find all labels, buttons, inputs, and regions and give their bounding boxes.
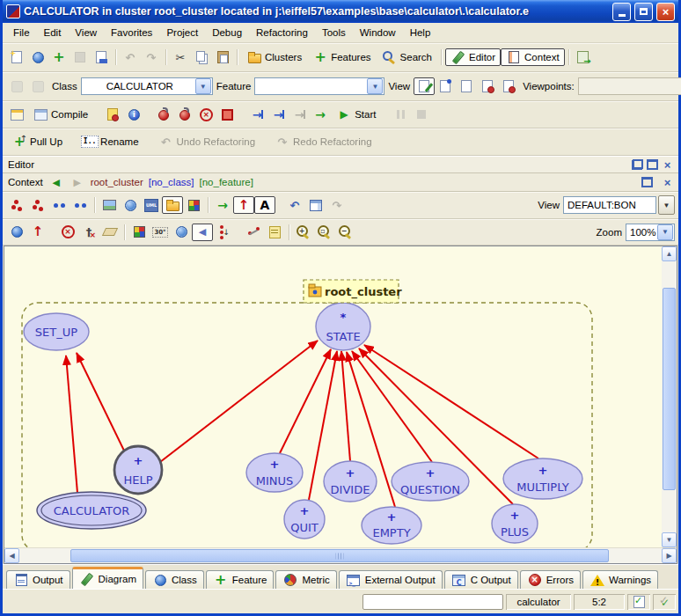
fill-colors-icon[interactable] bbox=[128, 224, 150, 241]
close-button[interactable]: × bbox=[656, 3, 675, 21]
status-search-input[interactable] bbox=[362, 594, 503, 610]
scroll-right-button[interactable]: ▶ bbox=[662, 548, 677, 563]
diagram-node-set_up[interactable]: SET_UP bbox=[24, 313, 89, 350]
diagram-node-calculator[interactable]: CALCULATOR bbox=[37, 492, 146, 529]
compile-info-icon[interactable] bbox=[123, 106, 144, 123]
external-editor-icon[interactable] bbox=[573, 48, 594, 66]
cluster-tag[interactable]: root_cluster bbox=[304, 280, 402, 303]
diagram-node-divide[interactable]: +DIVIDE bbox=[324, 461, 377, 502]
context-toggle[interactable]: Context bbox=[501, 48, 565, 66]
start-button[interactable]: Start bbox=[331, 106, 381, 123]
finalize-icon[interactable] bbox=[102, 106, 123, 123]
rename-button[interactable]: Rename bbox=[77, 133, 143, 150]
uml-view-icon[interactable] bbox=[141, 196, 162, 214]
copy-icon[interactable] bbox=[191, 48, 212, 66]
link-tool-icon[interactable] bbox=[243, 224, 264, 241]
menu-item-window[interactable]: Window bbox=[353, 25, 403, 40]
panel-maximize-icon[interactable] bbox=[647, 159, 658, 170]
tab-feature[interactable]: Feature bbox=[206, 570, 275, 589]
chevron-down-icon[interactable]: ▼ bbox=[367, 78, 383, 94]
run-to-cursor-icon[interactable] bbox=[310, 106, 331, 123]
notes-icon[interactable] bbox=[264, 224, 285, 241]
export-globe-icon[interactable] bbox=[120, 196, 141, 214]
tab-c-output[interactable]: C Output bbox=[444, 570, 518, 589]
new-feature-icon[interactable] bbox=[48, 48, 70, 66]
step-over-icon[interactable] bbox=[267, 106, 289, 123]
inheritance-edge-help-to-set_up[interactable] bbox=[77, 353, 124, 451]
horizontal-scroll-thumb[interactable] bbox=[70, 549, 609, 562]
vertical-scroll-thumb[interactable] bbox=[663, 288, 676, 490]
step-into-icon[interactable] bbox=[246, 106, 267, 123]
new-window-icon[interactable] bbox=[6, 48, 27, 66]
horizontal-scrollbar[interactable]: ◀ ▶ bbox=[4, 547, 677, 563]
color-legend-icon[interactable] bbox=[183, 196, 204, 214]
inheritance-edge-divide-to-state[interactable] bbox=[341, 351, 350, 461]
compile-button[interactable]: Compile bbox=[27, 106, 93, 123]
cluster-links-icon[interactable] bbox=[27, 196, 48, 214]
menu-item-debug[interactable]: Debug bbox=[205, 25, 249, 40]
context-back-icon[interactable] bbox=[48, 175, 64, 189]
pull-up-button[interactable]: Pull Up bbox=[6, 133, 68, 150]
diagram-node-plus[interactable]: +PLUS bbox=[492, 504, 538, 543]
diagram-node-question[interactable]: +QUESTION bbox=[392, 462, 469, 501]
flat-contract-view-icon[interactable] bbox=[498, 77, 519, 95]
melt-icon[interactable] bbox=[6, 106, 27, 123]
vertical-scrollbar[interactable]: ▲ ▼ bbox=[662, 246, 677, 547]
tab-diagram[interactable]: Diagram bbox=[72, 567, 143, 589]
scroll-up-button[interactable]: ▲ bbox=[662, 246, 677, 261]
inheritance-edge-help-to-state[interactable] bbox=[160, 341, 318, 462]
diagram-node-multiply[interactable]: +MULTIPLY bbox=[503, 458, 582, 499]
menu-item-edit[interactable]: Edit bbox=[37, 25, 69, 40]
panel-restore-icon[interactable] bbox=[632, 159, 643, 170]
scroll-left-button[interactable]: ◀ bbox=[4, 548, 19, 563]
diagram-node-help[interactable]: +HELP bbox=[114, 446, 162, 494]
diagram-undo-icon[interactable] bbox=[284, 196, 305, 214]
diagram-node-minus[interactable]: +MINUS bbox=[246, 453, 303, 492]
scroll-down-button[interactable]: ▼ bbox=[662, 532, 677, 547]
supplier-links-icon[interactable] bbox=[48, 196, 70, 214]
diagram-canvas[interactable]: SET_UP*STATE+HELPCALCULATOR+MINUS+QUIT+D… bbox=[4, 246, 662, 547]
tab-errors[interactable]: Errors bbox=[520, 570, 581, 589]
class-links-icon[interactable] bbox=[6, 196, 27, 214]
inheritance-edge-calculator-to-set_up[interactable] bbox=[66, 356, 77, 493]
menu-item-favorites[interactable]: Favorites bbox=[104, 25, 159, 40]
paste-icon[interactable] bbox=[212, 48, 233, 66]
breakpoints-icon[interactable] bbox=[216, 106, 238, 123]
chevron-down-icon[interactable]: ▼ bbox=[657, 224, 673, 240]
globe-layout-icon[interactable] bbox=[171, 224, 192, 241]
ignore-breakpoints-icon[interactable] bbox=[195, 106, 216, 123]
rotate-icon[interactable] bbox=[150, 224, 171, 241]
tab-warnings[interactable]: Warnings bbox=[582, 570, 658, 589]
save-all-icon[interactable] bbox=[91, 48, 112, 66]
context-close-icon[interactable]: × bbox=[662, 177, 673, 187]
diagram-node-quit[interactable]: +QUIT bbox=[284, 500, 325, 539]
inheritance-mode-icon[interactable] bbox=[233, 196, 254, 214]
labels-icon[interactable] bbox=[254, 196, 275, 214]
editor-toggle[interactable]: Editor bbox=[445, 48, 501, 66]
context-cluster[interactable]: root_cluster bbox=[91, 177, 143, 187]
diagram-node-state[interactable]: *STATE bbox=[316, 303, 370, 350]
tab-class[interactable]: Class bbox=[145, 570, 204, 589]
zoom-fit-icon[interactable] bbox=[314, 224, 335, 241]
menu-item-file[interactable]: File bbox=[6, 25, 37, 40]
feature-combo[interactable]: ▼ bbox=[254, 77, 384, 95]
context-maximize-icon[interactable] bbox=[641, 177, 653, 187]
tab-metric[interactable]: Metric bbox=[275, 570, 336, 589]
zoom-combo[interactable]: 100%▼ bbox=[626, 224, 675, 241]
zoom-in-icon[interactable] bbox=[293, 224, 314, 241]
search-button[interactable]: Search bbox=[377, 48, 437, 66]
debug-run-icon[interactable] bbox=[153, 106, 174, 123]
eraser-icon[interactable] bbox=[99, 224, 121, 241]
new-class-icon[interactable] bbox=[27, 48, 48, 66]
clusters-button[interactable]: Clusters bbox=[241, 48, 307, 66]
flat-view-icon[interactable] bbox=[435, 77, 456, 95]
vertical-scroll-track[interactable] bbox=[662, 261, 677, 532]
client-links-icon[interactable] bbox=[70, 196, 91, 214]
menu-item-project[interactable]: Project bbox=[159, 25, 205, 40]
panel-close-icon[interactable]: × bbox=[662, 159, 673, 170]
menu-item-tools[interactable]: Tools bbox=[315, 25, 353, 40]
new-class-tool-icon[interactable] bbox=[6, 224, 27, 241]
chevron-down-icon[interactable]: ▼ bbox=[195, 78, 211, 94]
diagram-view-dropdown[interactable]: ▼ bbox=[658, 195, 675, 215]
menu-item-refactoring[interactable]: Refactoring bbox=[249, 25, 315, 40]
